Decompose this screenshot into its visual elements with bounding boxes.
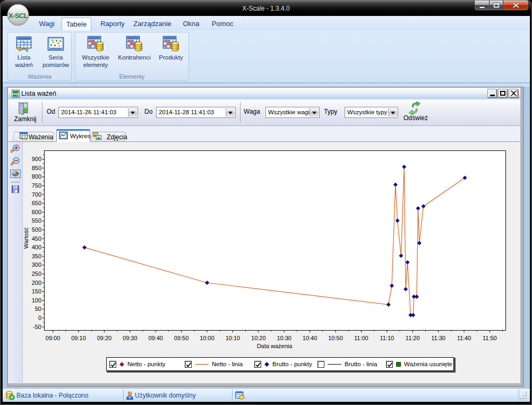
svg-text:Data ważenia: Data ważenia bbox=[257, 343, 293, 349]
svg-text:10:40: 10:40 bbox=[303, 335, 318, 341]
svg-text:400: 400 bbox=[32, 244, 41, 250]
svg-text:10:50: 10:50 bbox=[328, 335, 343, 341]
svg-text:0: 0 bbox=[38, 315, 41, 321]
svg-text:650: 650 bbox=[32, 200, 41, 206]
svg-text:11:30: 11:30 bbox=[431, 335, 445, 341]
svg-text:09:00: 09:00 bbox=[46, 335, 61, 341]
svg-text:Wartość: Wartość bbox=[23, 227, 29, 249]
svg-text:11:20: 11:20 bbox=[406, 335, 420, 341]
svg-text:850: 850 bbox=[32, 165, 41, 171]
svg-text:10:20: 10:20 bbox=[251, 335, 266, 341]
svg-text:11:50: 11:50 bbox=[483, 335, 497, 341]
svg-text:750: 750 bbox=[32, 182, 41, 189]
svg-text:450: 450 bbox=[32, 235, 41, 242]
svg-text:800: 800 bbox=[32, 173, 41, 180]
svg-text:550: 550 bbox=[32, 217, 41, 224]
svg-text:09:10: 09:10 bbox=[71, 335, 86, 341]
svg-text:500: 500 bbox=[32, 226, 41, 233]
svg-text:10:10: 10:10 bbox=[226, 335, 241, 341]
svg-text:09:20: 09:20 bbox=[97, 335, 112, 341]
svg-text:350: 350 bbox=[32, 253, 41, 259]
svg-text:-50: -50 bbox=[33, 324, 41, 330]
svg-text:XSQL: XSQL bbox=[12, 92, 20, 96]
svg-text:250: 250 bbox=[32, 271, 41, 277]
svg-text:11:10: 11:10 bbox=[380, 335, 394, 341]
svg-text:600: 600 bbox=[32, 209, 41, 215]
svg-text:09:50: 09:50 bbox=[174, 335, 189, 341]
svg-text:10:00: 10:00 bbox=[200, 335, 214, 341]
svg-text:150: 150 bbox=[32, 288, 41, 294]
svg-text:900: 900 bbox=[32, 156, 41, 162]
svg-text:100: 100 bbox=[32, 297, 41, 303]
svg-text:700: 700 bbox=[32, 191, 41, 198]
svg-text:09:40: 09:40 bbox=[148, 335, 163, 341]
svg-text:11:00: 11:00 bbox=[354, 335, 368, 341]
svg-text:200: 200 bbox=[32, 280, 41, 286]
svg-text:300: 300 bbox=[32, 261, 41, 268]
svg-text:50: 50 bbox=[35, 306, 41, 312]
svg-text:11:40: 11:40 bbox=[457, 335, 471, 341]
svg-text:X-SCL: X-SCL bbox=[8, 12, 28, 20]
svg-text:09:30: 09:30 bbox=[123, 335, 138, 341]
svg-text:10:30: 10:30 bbox=[277, 335, 291, 341]
